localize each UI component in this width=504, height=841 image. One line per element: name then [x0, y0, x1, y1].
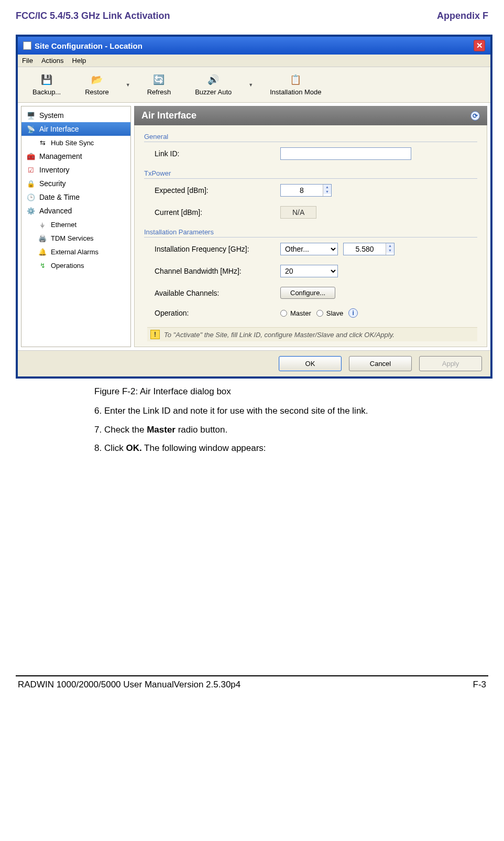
window-title: Site Configuration - Location: [35, 41, 143, 50]
management-icon: 🧰: [27, 152, 35, 160]
operation-label: Operation:: [155, 309, 275, 317]
refresh-label: Refresh: [147, 88, 171, 96]
linkid-input[interactable]: [280, 147, 411, 160]
dialog-footer: OK Cancel Apply: [18, 350, 490, 376]
instruction-6: 6. Enter the Link ID and note it for use…: [94, 404, 488, 418]
install-icon: 📋: [289, 73, 302, 86]
group-txpower: TxPower: [144, 169, 477, 177]
restore-dropdown[interactable]: ▼: [124, 82, 133, 88]
freq-select[interactable]: Other...: [280, 243, 338, 255]
note-text: To "Activate" the Site, fill Link ID, co…: [164, 331, 395, 339]
refresh-pane-icon[interactable]: ⟳: [470, 111, 480, 121]
window-icon: [23, 41, 31, 50]
spin-up[interactable]: ▲: [323, 185, 331, 189]
freq-spin-up[interactable]: ▲: [386, 243, 394, 248]
footer-right: F-3: [473, 680, 487, 690]
restore-button[interactable]: 📂 Restore: [75, 71, 118, 98]
instr8-c: The following window appears:: [142, 443, 266, 453]
menu-help[interactable]: Help: [72, 57, 86, 64]
sidebar-item-air-interface[interactable]: 📡Air Interface: [21, 122, 130, 136]
gear-icon: ⚙️: [27, 207, 35, 215]
instr7-a: 7. Check the: [94, 425, 147, 435]
sidebar-label-ops: Operations: [51, 262, 84, 269]
sidebar-label-air: Air Interface: [39, 125, 79, 133]
sidebar-item-inventory[interactable]: ☑Inventory: [21, 163, 130, 177]
sidebar-item-security[interactable]: 🔒Security: [21, 177, 130, 190]
sidebar-item-management[interactable]: 🧰Management: [21, 149, 130, 163]
sidebar-item-system[interactable]: 🖥️System: [21, 109, 130, 122]
sidebar-label-adv: Advanced: [39, 207, 72, 215]
header-right: Appendix F: [437, 10, 488, 21]
restore-icon: 📂: [91, 73, 103, 86]
radio-master-label: Master: [290, 309, 311, 317]
footer-left: RADWIN 1000/2000/5000 User ManualVersion…: [18, 680, 240, 690]
sync-icon: ⇆: [38, 138, 47, 147]
buzzer-dropdown[interactable]: ▼: [246, 82, 255, 88]
sidebar-label-ext: External Alarms: [51, 248, 98, 256]
refresh-button[interactable]: 🔄 Refresh: [138, 71, 181, 98]
bw-label: Channel Bandwidth [MHz]:: [155, 267, 275, 275]
current-value: N/A: [280, 206, 316, 219]
instruction-8: 8. Click OK. The following window appear…: [94, 441, 488, 455]
save-icon: 💾: [40, 73, 53, 86]
expected-label: Expected [dBm]:: [155, 186, 275, 195]
pane-header: Air Interface ⟳: [134, 106, 487, 125]
radio-slave-label: Slave: [326, 309, 344, 317]
close-button[interactable]: ✕: [474, 40, 485, 51]
install-mode-button[interactable]: 📋 Installation Mode: [260, 71, 331, 98]
instr7-c: radio button.: [176, 425, 227, 435]
expected-input[interactable]: [281, 185, 323, 196]
buzzer-label: Buzzer Auto: [195, 88, 232, 96]
ethernet-icon: ⏚: [38, 220, 47, 229]
bw-select[interactable]: 20: [280, 265, 338, 277]
menu-actions[interactable]: Actions: [41, 57, 64, 64]
buzzer-icon: 🔊: [207, 73, 220, 86]
page-footer: RADWIN 1000/2000/5000 User ManualVersion…: [16, 680, 488, 695]
sidebar-item-tdm[interactable]: 🖨️TDM Services: [21, 231, 130, 245]
sidebar-item-ethernet[interactable]: ⏚Ethernet: [21, 218, 130, 231]
radio-master[interactable]: [280, 310, 287, 317]
backup-button[interactable]: 💾 Backup...: [23, 71, 70, 98]
instr8-a: 8. Click: [94, 443, 126, 453]
instr7-b: Master: [147, 425, 176, 435]
inventory-icon: ☑: [27, 166, 35, 174]
expected-spinner[interactable]: ▲▼: [280, 184, 332, 197]
cancel-button[interactable]: Cancel: [349, 356, 412, 371]
apply-button[interactable]: Apply: [419, 356, 482, 371]
dialog-screenshot: Site Configuration - Location ✕ File Act…: [16, 35, 492, 379]
refresh-icon: 🔄: [152, 73, 165, 86]
activate-note: ! To "Activate" the Site, fill Link ID, …: [147, 327, 477, 341]
menubar: File Actions Help: [18, 55, 490, 67]
sidebar-label-inv: Inventory: [39, 166, 70, 174]
freq-spinner[interactable]: ▲▼: [343, 243, 395, 255]
ok-button[interactable]: OK: [279, 356, 342, 371]
configure-channels-button[interactable]: Configure...: [280, 287, 335, 299]
spin-down[interactable]: ▼: [323, 189, 331, 194]
menu-file[interactable]: File: [22, 57, 33, 64]
warning-icon: !: [150, 330, 160, 339]
radio-slave[interactable]: [316, 310, 323, 317]
freq-spin-down[interactable]: ▼: [386, 248, 394, 253]
info-icon[interactable]: i: [348, 308, 358, 318]
install-label: Installation Mode: [270, 88, 321, 96]
sidebar-item-date-time[interactable]: 🕒Date & Time: [21, 190, 130, 204]
group-general: General: [144, 133, 477, 141]
sidebar-label-sec: Security: [39, 179, 66, 188]
sidebar-label-mgmt: Management: [39, 152, 82, 160]
sidebar-item-advanced[interactable]: ⚙️Advanced: [21, 204, 130, 218]
linkid-label: Link ID:: [155, 149, 275, 158]
sidebar-label-system: System: [39, 111, 64, 120]
freq-input[interactable]: [344, 243, 386, 255]
sidebar-item-operations[interactable]: ↯Operations: [21, 258, 130, 272]
tdm-icon: 🖨️: [38, 234, 47, 242]
freq-label: Installation Frequency [GHz]:: [155, 245, 275, 253]
pane-title: Air Interface: [141, 110, 196, 121]
sidebar-item-hub-site-sync[interactable]: ⇆Hub Site Sync: [21, 136, 130, 149]
group-install: Installation Parameters: [144, 228, 477, 236]
instr8-b: OK.: [126, 443, 141, 453]
operations-icon: ↯: [38, 261, 47, 269]
figure-caption: Figure F-2: Air Interface dialog box: [94, 386, 488, 397]
buzzer-button[interactable]: 🔊 Buzzer Auto: [185, 71, 241, 98]
sidebar-item-external-alarms[interactable]: 🔔External Alarms: [21, 245, 130, 258]
restore-label: Restore: [85, 88, 109, 96]
